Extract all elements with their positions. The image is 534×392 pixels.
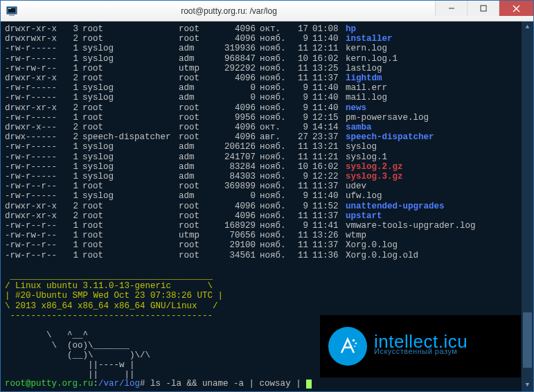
svg-point-9 bbox=[353, 339, 355, 341]
minimize-button[interactable] bbox=[435, 1, 467, 16]
file-name: samba bbox=[341, 123, 372, 132]
file-name: mail.log bbox=[341, 93, 387, 103]
window-buttons bbox=[435, 1, 533, 16]
svg-rect-2 bbox=[8, 8, 11, 9]
file-name: wtmp bbox=[341, 231, 366, 240]
file-name: speech-dispatcher bbox=[341, 132, 434, 142]
file-name: news bbox=[341, 103, 366, 113]
svg-point-11 bbox=[354, 346, 355, 347]
uname-box: _______________________________________ … bbox=[5, 262, 529, 321]
list-item: drwxr-xr-x2rootroot4096нояб.911:52unatte… bbox=[5, 202, 529, 211]
list-item: drwxr-xr-x3rootroot4096окт.1701:08hp bbox=[5, 24, 529, 34]
scrollbar[interactable]: ▲ ▼ bbox=[522, 21, 533, 391]
scroll-thumb[interactable] bbox=[523, 312, 532, 368]
file-name: lastlog bbox=[341, 64, 382, 73]
file-name: pm-powersave.log bbox=[341, 113, 429, 123]
watermark: intellect.icu Искусственный разум bbox=[320, 315, 521, 377]
terminal[interactable]: drwxr-xr-x3rootroot4096окт.1701:08hpdrwx… bbox=[1, 21, 533, 391]
list-item: drwxr-xr-x2rootroot4096нояб.1111:37upsta… bbox=[5, 211, 529, 221]
watermark-subtitle: Искусственный разум bbox=[374, 346, 468, 356]
list-item: drwxr-xr-x2rootroot4096нояб.1111:37light… bbox=[5, 73, 529, 83]
close-button[interactable] bbox=[499, 1, 533, 16]
scroll-up-icon[interactable]: ▲ bbox=[522, 21, 533, 33]
file-name: syslog.3.gz bbox=[341, 172, 403, 181]
list-item: -rw-rw-r--1rootutmp292292нояб.1113:25las… bbox=[5, 64, 529, 73]
watermark-title: intellect.icu bbox=[374, 337, 468, 346]
file-name: hp bbox=[341, 24, 356, 34]
window-title: root@putty.org.ru: /var/log bbox=[21, 6, 436, 16]
app-window: root@putty.org.ru: /var/log drwxr-xr-x3r… bbox=[0, 0, 534, 392]
putty-icon bbox=[6, 6, 17, 17]
list-item: -rw-r-----1syslogadm319936нояб.1112:11ke… bbox=[5, 44, 529, 53]
watermark-logo-icon bbox=[328, 327, 367, 366]
titlebar[interactable]: root@putty.org.ru: /var/log bbox=[1, 1, 533, 21]
file-name: Xorg.0.log bbox=[341, 240, 398, 250]
list-item: -rw-r-----1syslogadm241707нояб.1111:21sy… bbox=[5, 152, 529, 162]
file-name: kern.log.1 bbox=[341, 54, 398, 64]
file-name: syslog.1 bbox=[341, 152, 387, 162]
list-item: -rw-r-----1syslogadm83284нояб.1016:02sys… bbox=[5, 162, 529, 172]
list-item: drwx------2speech-dispatcherroot4096авг.… bbox=[5, 132, 529, 142]
list-item: -rw-r--r--1rootroot369899нояб.1111:37ude… bbox=[5, 181, 529, 191]
motd-border-top: _______________________________________ bbox=[5, 271, 213, 281]
list-item: -rw-r--r--1rootroot34561нояб.1111:36Xorg… bbox=[5, 251, 529, 260]
list-item: drwxr-x---2rootroot4096окт.914:14samba bbox=[5, 123, 529, 132]
file-name: vmware-tools-upgrader.log bbox=[341, 221, 476, 231]
list-item: -rw-r--r--1rootroot168929нояб.911:41vmwa… bbox=[5, 221, 529, 231]
file-name: Xorg.0.log.old bbox=[341, 251, 418, 260]
prompt-path: /var/log bbox=[98, 379, 140, 389]
motd-line2: | #20-Ubuntu SMP Wed Oct 23 07:38:26 UTC… bbox=[5, 291, 223, 301]
list-item: -rw-r-----1syslogadm0нояб.911:40ufw.log bbox=[5, 191, 529, 201]
list-item: drwxrwxr-x2rootroot4096нояб.911:40instal… bbox=[5, 34, 529, 44]
list-item: -rw-r-----1syslogadm84303нояб.912:22sysl… bbox=[5, 172, 529, 181]
file-name: lightdm bbox=[341, 73, 382, 83]
svg-rect-3 bbox=[9, 15, 15, 16]
file-name: syslog bbox=[341, 142, 377, 152]
list-item: -rw-rw-r--1rootutmp70656нояб.1113:26wtmp bbox=[5, 231, 529, 240]
list-item: -rw-r-----1rootroot9956нояб.912:15pm-pow… bbox=[5, 113, 529, 123]
list-item: -rw-r-----1syslogadm206126нояб.1113:21sy… bbox=[5, 142, 529, 152]
prompt[interactable]: root@putty.org.ru:/var/log# ls -la && un… bbox=[5, 379, 312, 389]
list-item: -rw-r--r--1rootroot29100нояб.1111:37Xorg… bbox=[5, 240, 529, 250]
list-item: -rw-r-----1syslogadm0нояб.911:40mail.log bbox=[5, 93, 529, 103]
list-item: drwxr-xr-x2rootroot4096нояб.911:40news bbox=[5, 103, 529, 113]
scroll-down-icon[interactable]: ▼ bbox=[522, 380, 533, 391]
svg-rect-5 bbox=[481, 6, 486, 11]
cursor bbox=[306, 380, 312, 389]
file-name: unattended-upgrades bbox=[341, 202, 445, 211]
file-name: syslog.2.gz bbox=[341, 162, 403, 172]
motd-border-bot: --------------------------------------- bbox=[5, 311, 213, 321]
motd-line1: / Linux ubuntu 3.11.0-13-generic \ bbox=[5, 281, 213, 291]
file-name: kern.log bbox=[341, 44, 387, 53]
file-name: udev bbox=[341, 181, 366, 191]
list-item: -rw-r-----1syslogadm0нояб.911:40mail.err bbox=[5, 83, 529, 93]
list-item: -rw-r-----1syslogadm968847нояб.1016:02ke… bbox=[5, 54, 529, 64]
file-name: mail.err bbox=[341, 83, 387, 93]
svg-point-10 bbox=[355, 342, 357, 344]
prompt-command: ls -la && uname -a | cowsay | bbox=[150, 379, 301, 389]
maximize-button[interactable] bbox=[467, 1, 499, 16]
prompt-user: root@putty.org.ru bbox=[5, 379, 94, 389]
file-name: installer bbox=[341, 34, 393, 44]
file-listing: drwxr-xr-x3rootroot4096окт.1701:08hpdrwx… bbox=[5, 24, 529, 260]
file-name: upstart bbox=[341, 211, 382, 221]
file-name: ufw.log bbox=[341, 191, 382, 201]
motd-line3: \ 2013 x86_64 x86_64 x86_64 GNU/Linux / bbox=[5, 301, 218, 311]
